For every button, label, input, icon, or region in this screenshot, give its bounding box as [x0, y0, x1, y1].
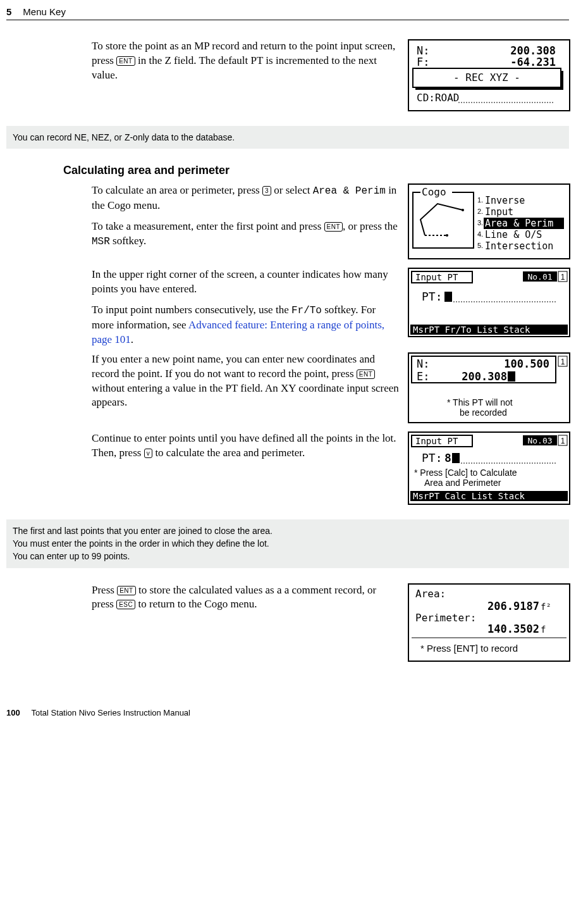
- paragraph: Continue to enter points until you have …: [92, 431, 399, 508]
- menu-num: 5.: [477, 242, 483, 249]
- chapter-title: Menu Key: [23, 6, 66, 17]
- down-key-icon: v: [144, 449, 153, 458]
- paragraph: In the upper right corner of the screen,…: [92, 268, 399, 297]
- note-text: You can record NE, NEZ, or Z-only data t…: [13, 132, 235, 142]
- screen-title: Input PT: [415, 272, 458, 282]
- chapter-number: 5: [6, 6, 11, 17]
- text: to return to the Cogo menu.: [135, 598, 257, 610]
- softkey-labels[interactable]: MsrPT Fr/To List Stack: [413, 325, 530, 335]
- screen-title: Input PT: [415, 436, 458, 446]
- note-text: be recorded: [460, 407, 507, 418]
- cursor-icon: [508, 371, 515, 382]
- counter-badge: No.01: [527, 272, 552, 282]
- code-text: Fr/To: [291, 305, 322, 316]
- menu-num: 3.: [477, 219, 483, 226]
- counter-badge: No.03: [527, 436, 552, 445]
- device-screen: Input PT No.01 1 PT: MsrPT Fr/To List St…: [408, 268, 569, 347]
- page-footer: 100 Total Station Nivo Series Instructio…: [6, 670, 569, 717]
- section-heading: Calculating area and perimeter: [63, 164, 569, 177]
- note-line: You can enter up to 99 points.: [13, 550, 563, 562]
- label-area: Area:: [415, 588, 446, 600]
- note-text: * Press [Calc] to Calculate: [414, 468, 517, 478]
- device-screen: N: 100.500 E: 200.308 1 * This PT will n…: [408, 352, 569, 426]
- label-cd: CD:ROAD: [417, 92, 459, 104]
- label-pt: PT:: [422, 290, 443, 303]
- paragraph: Press ENT to store the calculated values…: [92, 583, 399, 665]
- label-e: E:: [417, 370, 429, 383]
- page-num: 1: [561, 437, 565, 445]
- value-n: 200.308: [510, 44, 556, 57]
- value-pt: 8: [444, 451, 451, 464]
- page-header: 5 Menu Key: [6, 6, 569, 20]
- manual-title: Total Station Nivo Series Instruction Ma…: [32, 708, 190, 717]
- menu-item[interactable]: Input: [485, 206, 513, 218]
- device-screen: N: 200.308 F: -64.231 - REC XYZ - CD:ROA…: [408, 39, 569, 115]
- device-screen: Input PT No.03 1 PT: 8 * Press [Calc] to…: [408, 431, 569, 508]
- paragraph: To take a measurement, enter the first p…: [92, 220, 399, 249]
- unit: f²: [541, 602, 551, 612]
- label-pt: PT:: [422, 451, 443, 464]
- value-f: -64.231: [510, 56, 556, 68]
- code-text: MSR: [92, 236, 110, 247]
- text: without entering a value in the PT field…: [92, 382, 399, 409]
- menu-item-selected[interactable]: Area & Perim: [485, 218, 553, 229]
- note-line: The first and last points that you enter…: [13, 524, 563, 537]
- label-n: N:: [417, 44, 429, 57]
- ent-key-icon: ENT: [357, 369, 376, 379]
- softkey-labels[interactable]: MsrPT Calc List Stack: [413, 491, 525, 501]
- text: .: [131, 333, 133, 345]
- text: to calculate the area and perimeter.: [152, 447, 305, 459]
- menu-num: 1.: [477, 196, 483, 204]
- menu-item[interactable]: Line & O/S: [485, 229, 542, 240]
- paragraph: If you enter a new point name, you can e…: [92, 352, 399, 426]
- ent-key-icon: ENT: [116, 56, 135, 66]
- esc-key-icon: ESC: [116, 600, 135, 609]
- text: If you enter a new point name, you can e…: [92, 353, 375, 380]
- text: softkey.: [110, 235, 146, 247]
- unit: f: [541, 624, 546, 635]
- three-key-icon: 3: [262, 186, 271, 195]
- note-text: * This PT will not: [447, 397, 513, 407]
- ent-key-icon: ENT: [117, 586, 136, 595]
- text: Press: [92, 584, 117, 596]
- label-f: F:: [417, 56, 429, 68]
- note-text: Area and Perimeter: [424, 478, 501, 488]
- page-num: 1: [561, 357, 565, 366]
- label-perimeter: Perimeter:: [415, 612, 476, 624]
- page-num: 1: [561, 273, 565, 282]
- menu-num: 4.: [477, 230, 483, 238]
- device-screen: Area: 206.9187 f² Perimeter: 140.3502 f …: [408, 583, 569, 665]
- paragraph: To store the point as an MP record and r…: [92, 39, 399, 115]
- page-number: 100: [6, 708, 20, 717]
- paragraph: To calculate an area or perimeter, press…: [92, 183, 399, 213]
- value-e: 200.308: [462, 370, 507, 383]
- value-area: 206.9187: [487, 600, 539, 612]
- note-box: You can record NE, NEZ, or Z-only data t…: [6, 126, 569, 149]
- menu-item[interactable]: Inverse: [485, 195, 525, 206]
- note-text: * Press [ENT] to record: [420, 643, 518, 654]
- menu-num: 2.: [477, 208, 483, 215]
- menu-item[interactable]: Intersection: [485, 240, 553, 252]
- cogo-frame: [413, 192, 474, 248]
- text: To take a measurement, enter the first p…: [92, 220, 324, 232]
- value-perimeter: 140.3502: [487, 623, 539, 635]
- ent-key-icon: ENT: [324, 222, 343, 232]
- menu-title: Cogo: [422, 186, 446, 198]
- polygon-icon: [420, 204, 463, 235]
- dialog-text: - REC XYZ -: [453, 71, 520, 84]
- cursor-icon: [444, 292, 452, 302]
- text: , or press the: [343, 220, 398, 232]
- paragraph: To input point numbers consecutively, us…: [92, 303, 399, 347]
- note-box: The first and last points that you enter…: [6, 519, 569, 568]
- text: To input point numbers consecutively, us…: [92, 304, 291, 316]
- text: To calculate an area or perimeter, press: [92, 184, 262, 196]
- device-screen: Cogo 1. Inverse 2. Input 3. Area & Perim…: [408, 183, 569, 263]
- text: or select: [271, 184, 313, 196]
- dot-icon: [462, 209, 464, 211]
- dot-icon: [446, 234, 448, 237]
- code-text: Area & Perim: [313, 185, 386, 197]
- cursor-icon: [452, 453, 460, 463]
- label-n: N:: [417, 357, 429, 370]
- value-n: 100.500: [504, 357, 549, 370]
- note-line: You must enter the points in the order i…: [13, 537, 563, 550]
